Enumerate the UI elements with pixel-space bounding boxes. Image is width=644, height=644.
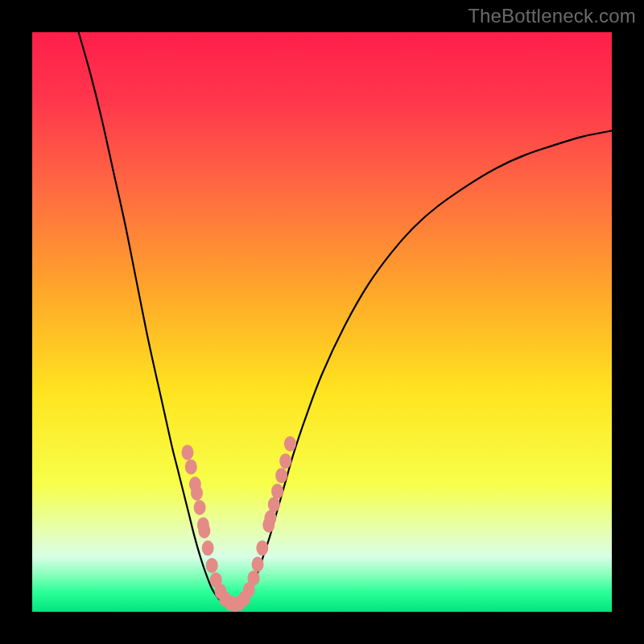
data-marker xyxy=(206,558,218,573)
watermark-text: TheBottleneck.com xyxy=(468,5,636,27)
bottleneck-curve xyxy=(79,32,612,606)
data-marker xyxy=(275,468,287,483)
data-marker xyxy=(252,556,264,572)
data-marker xyxy=(248,571,260,586)
chart-frame: TheBottleneck.com xyxy=(0,0,644,644)
data-marker xyxy=(191,485,203,501)
data-marker xyxy=(264,510,276,526)
data-marker xyxy=(202,540,214,555)
data-marker xyxy=(198,523,210,539)
data-marker xyxy=(181,445,193,460)
data-marker xyxy=(279,453,291,469)
data-marker xyxy=(268,497,280,512)
data-marker xyxy=(284,436,296,452)
curve-layer xyxy=(32,32,612,612)
data-marker xyxy=(194,500,206,515)
marker-group xyxy=(181,436,295,612)
data-marker xyxy=(271,484,283,499)
data-marker xyxy=(185,460,197,475)
plot-area xyxy=(32,32,612,612)
data-marker xyxy=(256,540,268,555)
